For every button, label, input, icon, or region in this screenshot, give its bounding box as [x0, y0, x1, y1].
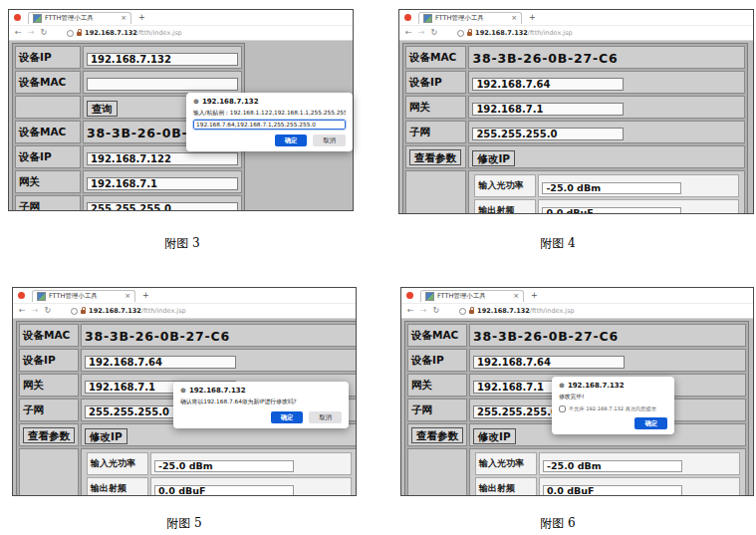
- new-tab-icon[interactable]: +: [138, 13, 145, 22]
- ok-button[interactable]: 确定: [271, 411, 304, 423]
- tab-title: FTTH管理小工具: [49, 292, 98, 301]
- table-row: 设备IP: [405, 71, 745, 94]
- rf-output-label: 输出射频: [475, 477, 537, 495]
- tab-bar: FTTH管理小工具 × +: [13, 288, 356, 304]
- table-row: 输入光功率: [475, 452, 740, 475]
- table-row: 网关: [405, 96, 745, 119]
- subnet-label: 子网: [19, 399, 79, 421]
- reload-icon[interactable]: ↻: [40, 29, 47, 37]
- new-tab-icon[interactable]: +: [529, 13, 536, 22]
- browser-window-fig3: FTTH管理小工具 × + ← → ↻ 192.168.7.132/ftth/i…: [8, 9, 354, 211]
- device-table: 设备MAC 38-3B-26-0B-27-C6 设备IP 网关 子网 查看参数 …: [402, 43, 748, 213]
- device-ip-input[interactable]: [85, 356, 236, 369]
- tab-favicon-icon: [33, 14, 42, 23]
- modify-ip-button[interactable]: 修改IP: [85, 428, 127, 444]
- table-row: 输入光功率 输出射频 输出射频开关 现状态: [405, 170, 745, 213]
- tab-close-icon[interactable]: ×: [117, 14, 126, 22]
- cancel-button[interactable]: 取消: [309, 411, 342, 423]
- reload-icon[interactable]: ↻: [432, 307, 439, 315]
- device-mac-value: 38-3B-26-0B-27-C6: [85, 329, 230, 344]
- dialog-title: 192.168.7.132: [189, 387, 246, 395]
- forward-icon[interactable]: →: [420, 307, 427, 315]
- address-bar[interactable]: 192.168.7.132/ftth/index.jsp: [71, 307, 186, 315]
- forward-icon[interactable]: →: [28, 29, 35, 37]
- browser-tab[interactable]: FTTH管理小工具 ×: [420, 290, 524, 302]
- browser-toolbar: ← → ↻ 192.168.7.132/ftth/index.jsp: [9, 26, 353, 41]
- firefox-icon: [14, 14, 21, 21]
- ok-button[interactable]: 确定: [634, 417, 667, 429]
- tab-favicon-icon: [37, 292, 46, 301]
- rf-output-input[interactable]: [542, 207, 681, 214]
- address-bar[interactable]: 192.168.7.132/ftth/index.jsp: [67, 29, 182, 37]
- rf-output-input[interactable]: [154, 485, 294, 496]
- dialog-message: 确认将以192.168.7.64做为新IP进行修改吗?: [180, 398, 342, 406]
- table-row: 输出射频: [87, 477, 352, 495]
- view-params-button[interactable]: 查看参数: [411, 427, 463, 443]
- device-ip-input[interactable]: [87, 53, 238, 66]
- table-row: 子网: [15, 195, 242, 210]
- tab-close-icon[interactable]: ×: [121, 292, 130, 300]
- new-tab-icon[interactable]: +: [142, 291, 149, 300]
- table-row: 输入光功率 输出射频 输出射频开关 现状态: [19, 448, 356, 495]
- globe-icon: ⊕: [180, 388, 186, 395]
- browser-tab[interactable]: FTTH管理小工具 ×: [32, 290, 135, 302]
- modify-ip-button[interactable]: 修改IP: [473, 428, 516, 444]
- dont-ask-again-checkbox[interactable]: [559, 405, 566, 412]
- table-row: 输入光功率 输出射频 输出射频开关 现状态: [407, 448, 746, 495]
- reload-icon[interactable]: ↻: [430, 29, 437, 37]
- device-ip-input[interactable]: [87, 152, 238, 165]
- firefox-icon: [406, 292, 413, 299]
- address-bar[interactable]: 192.168.7.132/ftth/index.jsp: [457, 29, 573, 37]
- device-ip-input[interactable]: [472, 78, 624, 91]
- view-params-button[interactable]: 查看参数: [23, 427, 75, 443]
- table-row: 输入光功率: [474, 174, 739, 197]
- back-icon[interactable]: ←: [19, 307, 26, 315]
- device-ip-label: 设备IP: [19, 349, 79, 372]
- new-tab-icon[interactable]: +: [531, 291, 538, 300]
- dialog-message: 输入/粘贴例：192.168.1.122,192.168.1.1,255.255…: [193, 109, 346, 118]
- view-params-button[interactable]: 查看参数: [409, 149, 461, 165]
- subnet-input[interactable]: [87, 202, 238, 210]
- tab-favicon-icon: [423, 14, 432, 23]
- back-icon[interactable]: ←: [405, 29, 412, 37]
- forward-icon[interactable]: →: [32, 307, 39, 315]
- table-row: 输入光功率: [87, 452, 352, 475]
- optical-power-input[interactable]: [543, 460, 682, 472]
- dialog-buttons: 确定 取消: [180, 411, 342, 423]
- confirm-dialog: ⊕ 192.168.7.132 确认将以192.168.7.64做为新IP进行修…: [173, 382, 349, 428]
- tab-close-icon[interactable]: ×: [509, 292, 519, 300]
- gateway-input[interactable]: [87, 177, 238, 190]
- table-row: 输出射频: [475, 477, 740, 495]
- table-row: 子网: [405, 121, 745, 143]
- browser-tab[interactable]: FTTH管理小工具 ×: [28, 12, 131, 24]
- gateway-input[interactable]: [472, 103, 624, 116]
- address-bar[interactable]: 192.168.7.132/ftth/index.jsp: [459, 307, 575, 315]
- forward-icon[interactable]: →: [418, 29, 425, 37]
- dialog-input[interactable]: [193, 120, 346, 130]
- lock-icon: [469, 310, 474, 314]
- subnet-input[interactable]: [472, 128, 624, 140]
- tab-close-icon[interactable]: ×: [507, 14, 517, 22]
- optical-power-input[interactable]: [154, 460, 294, 472]
- rf-output-input[interactable]: [543, 485, 682, 496]
- ok-button[interactable]: 确定: [275, 134, 308, 146]
- browser-toolbar: ← → ↻ 192.168.7.132/ftth/index.jsp: [399, 26, 753, 41]
- dialog-checkbox-row: 不允许 192.168.7.132 再次向您提示: [559, 405, 667, 412]
- figure-caption: 附图 3: [137, 235, 227, 252]
- table-row: 设备IP: [19, 349, 356, 372]
- modify-ip-button[interactable]: 修改IP: [472, 150, 515, 166]
- browser-tab[interactable]: FTTH管理小工具 ×: [418, 12, 522, 24]
- optical-power-input[interactable]: [542, 182, 681, 194]
- browser-window-fig4: FTTH管理小工具 × + ← → ↻ 192.168.7.132/ftth/i…: [398, 9, 754, 214]
- device-ip-input[interactable]: [473, 356, 625, 369]
- table-row: 网关: [15, 170, 242, 193]
- query-button[interactable]: 查询: [87, 101, 118, 117]
- back-icon[interactable]: ←: [15, 29, 22, 37]
- figure-caption: 附图 4: [513, 235, 603, 252]
- device-mac-input[interactable]: [87, 78, 238, 91]
- optical-power-label: 输入光功率: [87, 452, 148, 475]
- cancel-button[interactable]: 取消: [313, 134, 346, 146]
- table-row: 输出射频: [474, 199, 739, 213]
- reload-icon[interactable]: ↻: [44, 307, 51, 315]
- back-icon[interactable]: ←: [407, 307, 414, 315]
